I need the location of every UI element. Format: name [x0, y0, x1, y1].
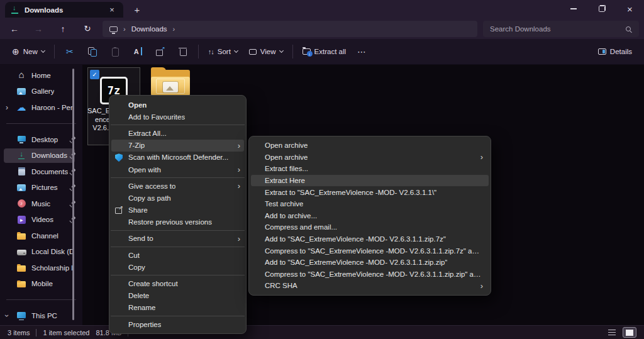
minimize-button[interactable]	[559, 0, 587, 18]
menu-item-share[interactable]: Share	[109, 204, 246, 216]
submenu-item-open-archive[interactable]: Open archive	[249, 140, 491, 152]
folder-tile[interactable]	[151, 67, 190, 96]
large-icons-view-toggle[interactable]	[623, 327, 636, 338]
sidebar-scrollbar[interactable]	[72, 69, 74, 320]
menu-item-restore-previous-versions[interactable]: Restore previous versions	[109, 216, 246, 228]
navigation-pane: Home Gallery Haroon - Person	[0, 65, 82, 325]
menu-item-open[interactable]: Open	[109, 99, 246, 111]
menu-item-send-to[interactable]: Send to	[109, 233, 246, 245]
forward-button[interactable]: →	[29, 20, 48, 37]
sidebar-item-pictures[interactable]: Pictures	[0, 180, 82, 196]
up-button[interactable]: ↑	[53, 20, 72, 37]
refresh-button[interactable]: ↻	[78, 20, 97, 37]
toolbar-button-copy[interactable]	[81, 42, 104, 61]
sort-button[interactable]: Sort	[203, 42, 243, 61]
submenu-item-test-archive[interactable]: Test archive	[249, 198, 491, 210]
submenu-arrow-icon	[238, 165, 240, 174]
address-bar[interactable]: Downloads	[103, 21, 477, 37]
submenu-item-add-to-sac-extremeviolence-mod-v2-6-3-1-1-[interactable]: Add to "SAC_ExtremeViolence -MOD- V2.6.3…	[249, 257, 491, 269]
sort-arrows-icon	[208, 48, 214, 55]
list-view-icon	[608, 330, 616, 336]
submenu-item-compress-to-sac-extremeviolence-mod-v2-6-3[interactable]: Compress to "SAC_ExtremeViolence -MOD- V…	[249, 245, 491, 257]
pictures-icon	[16, 182, 26, 192]
sidebar-item-downloads[interactable]: Downloads	[0, 148, 82, 164]
menu-item-give-access-to[interactable]: Give access to	[109, 180, 246, 192]
selection-checkbox[interactable]	[90, 70, 99, 79]
tab-downloads[interactable]: Downloads	[5, 2, 123, 18]
toolbar-button-share[interactable]	[149, 42, 172, 61]
7zip-submenu: Open archive Open archive Extract files.…	[248, 136, 491, 296]
menu-item-delete[interactable]: Delete	[109, 290, 246, 302]
submenu-item-open-archive[interactable]: Open archive	[249, 152, 491, 164]
downloads-tab-icon	[11, 6, 19, 14]
breadcrumb-downloads[interactable]: Downloads	[131, 25, 167, 33]
sidebar-item-videos[interactable]: Videos	[0, 212, 82, 228]
search-placeholder: Search Downloads	[490, 25, 551, 33]
sidebar-item-channel[interactable]: Channel	[0, 228, 82, 244]
toolbar-button-delete[interactable]	[172, 42, 194, 61]
sidebar-item-desktop[interactable]: Desktop	[0, 131, 82, 148]
menu-item-add-to-favourites[interactable]: Add to Favourites	[109, 111, 246, 123]
submenu-item-extract-to-sac-extremeviolence-mod-v2-6-3-[interactable]: Extract to "SAC_ExtremeViolence -MOD- V2…	[249, 186, 491, 198]
menu-item-properties[interactable]: Properties	[109, 318, 246, 330]
restore-button[interactable]	[587, 0, 616, 18]
cut-icon	[65, 47, 75, 57]
search-input[interactable]: Search Downloads	[483, 21, 639, 37]
rename-icon	[133, 47, 143, 57]
submenu-item-crc-sha[interactable]: CRC SHA	[249, 280, 491, 292]
new-button[interactable]: New	[6, 42, 50, 61]
ellipsis-icon	[357, 47, 367, 57]
delete-icon	[178, 47, 188, 57]
close-button[interactable]	[616, 0, 644, 18]
expand-chevron-icon[interactable]	[6, 104, 8, 111]
see-more-button[interactable]	[352, 42, 372, 61]
sidebar-item-gallery[interactable]: Gallery	[0, 84, 82, 100]
chevron-down-icon	[41, 48, 45, 53]
new-tab-button[interactable]	[130, 3, 145, 16]
toolbar-divider	[292, 45, 293, 58]
sidebar-item-this-pc[interactable]: This PC	[0, 308, 82, 325]
submenu-item-extract-files[interactable]: Extract files...	[249, 163, 491, 175]
folder-content-preview	[163, 82, 178, 92]
details-view-toggle[interactable]	[605, 327, 619, 338]
menu-item-copy[interactable]: Copy	[109, 261, 246, 273]
breadcrumb-chevron-icon	[123, 25, 126, 33]
back-button[interactable]: ←	[5, 20, 24, 37]
submenu-item-extract-here[interactable]: Extract Here	[249, 175, 491, 187]
disk-icon	[16, 247, 26, 257]
sidebar-item-home[interactable]: Home	[0, 67, 82, 84]
menu-item-open-with[interactable]: Open with	[109, 164, 246, 175]
command-bar: New	[0, 39, 644, 65]
menu-item-create-shortcut[interactable]: Create shortcut	[109, 277, 246, 289]
sidebar-item-documents[interactable]: Documents	[0, 164, 82, 180]
status-bar: 3 items 1 item selected 81.8 MB	[0, 325, 644, 339]
submenu-item-compress-to-sac-extremeviolence-mod-v2-6-3[interactable]: Compress to "SAC_ExtremeViolence -MOD- V…	[249, 269, 491, 281]
toolbar-button-cut[interactable]	[58, 42, 81, 61]
paste-icon	[110, 47, 120, 57]
submenu-item-add-to-archive[interactable]: Add to archive...	[249, 210, 491, 222]
submenu-item-compress-and-email[interactable]: Compress and email...	[249, 221, 491, 233]
details-button[interactable]: Details	[592, 42, 638, 61]
expand-chevron-icon[interactable]	[6, 312, 8, 320]
menu-item-rename[interactable]: Rename	[109, 302, 246, 314]
menu-item-copy-as-path[interactable]: Copy as path	[109, 192, 246, 204]
sort-button-label: Sort	[218, 48, 231, 55]
menu-item-extract-all[interactable]: Extract All...	[109, 127, 246, 139]
tab-close-icon[interactable]	[106, 4, 118, 16]
menu-item-scan-with-microsoft-defender[interactable]: Scan with Microsoft Defender...	[109, 152, 246, 164]
toolbar-button-paste[interactable]	[104, 42, 126, 61]
menu-item-cut[interactable]: Cut	[109, 249, 246, 261]
extract-all-button[interactable]: Extract all	[297, 42, 352, 61]
thispc-icon	[16, 311, 26, 321]
sidebar-item-scholarship-doc[interactable]: Scholarship Doc	[0, 260, 82, 276]
sidebar-item-music[interactable]: Music	[0, 196, 82, 212]
file-explorer-window: Downloads ← → ↑ ↻ Downloads Search Downl…	[0, 0, 644, 339]
share-icon	[114, 206, 123, 214]
menu-item-7-zip[interactable]: 7-Zip	[109, 140, 246, 152]
sidebar-item-local-disk-d[interactable]: Local Disk (D:)	[0, 244, 82, 260]
sidebar-item-haroon-person[interactable]: Haroon - Person	[0, 99, 82, 116]
toolbar-button-rename[interactable]	[126, 42, 149, 61]
submenu-item-add-to-sac-extremeviolence-mod-v2-6-3-1-1-[interactable]: Add to "SAC_ExtremeViolence -MOD- V2.6.3…	[249, 233, 491, 245]
sidebar-item-mobile[interactable]: Mobile	[0, 276, 82, 292]
view-button[interactable]: View	[243, 42, 289, 61]
